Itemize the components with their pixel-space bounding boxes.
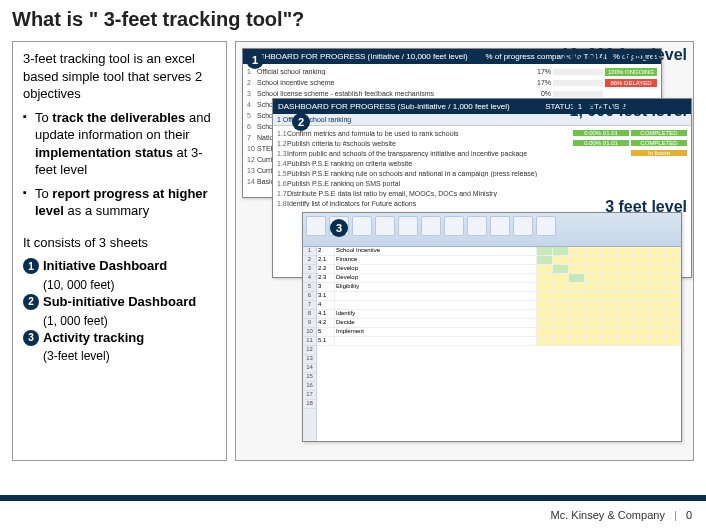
level-label-3: 3 feet level	[605, 198, 687, 216]
slide-title: What is " 3-feet tracking tool"?	[12, 8, 694, 31]
intro-text: 3-feet tracking tool is an excel based s…	[23, 50, 216, 103]
ribbon-button-icon	[536, 216, 556, 236]
bullet-3-icon: 3	[23, 330, 39, 346]
level-label-10000: 10, 000 feet level	[561, 46, 687, 64]
excel-cells: 2School Incentive 2.1Finance 2.2Develop …	[317, 247, 681, 441]
ribbon-button-icon	[421, 216, 441, 236]
excel-row-headers: 123456789101112131415161718	[303, 247, 317, 441]
consists-text: It consists of 3 sheets	[23, 234, 216, 252]
objective-2: To report progress at higher level as a …	[23, 185, 216, 220]
ribbon-button-icon	[306, 216, 326, 236]
sheet-1-sub: (10, 000 feet)	[43, 277, 216, 293]
sheet-item-2: 2 Sub-initiative Dashboard	[23, 293, 216, 311]
content-area: 3-feet tracking tool is an excel based s…	[12, 41, 694, 461]
overlay-bullet-1-icon: 1	[246, 51, 264, 69]
excel-3feet: 123456789101112131415161718 2School Ince…	[302, 212, 682, 442]
footer: Mc. Kinsey & Company | 0	[551, 509, 692, 521]
ribbon-button-icon	[375, 216, 395, 236]
overlay-bullet-3-icon: 3	[330, 219, 348, 237]
excel-ribbon	[303, 213, 681, 247]
footer-brand: Mc. Kinsey & Company	[551, 509, 665, 521]
ribbon-button-icon	[352, 216, 372, 236]
right-panel: 10, 000 feet level 1, 000 feet level 3 f…	[235, 41, 694, 461]
ribbon-button-icon	[444, 216, 464, 236]
objective-1: To track the deliverables and update inf…	[23, 109, 216, 179]
bullet-1-icon: 1	[23, 258, 39, 274]
overlay-bullet-2-icon: 2	[292, 113, 310, 131]
footer-bar	[0, 495, 706, 501]
ribbon-button-icon	[513, 216, 533, 236]
sheet-item-3: 3 Activity tracking	[23, 329, 216, 347]
sheet-2-sub: (1, 000 feet)	[43, 313, 216, 329]
ribbon-button-icon	[490, 216, 510, 236]
sheet-3-sub: (3-feet level)	[43, 348, 216, 364]
left-panel: 3-feet tracking tool is an excel based s…	[12, 41, 227, 461]
ribbon-button-icon	[398, 216, 418, 236]
bullet-2-icon: 2	[23, 294, 39, 310]
footer-page: 0	[686, 509, 692, 521]
level-label-1000: 1, 000 feet level	[570, 102, 687, 120]
sheet-item-1: 1 Initiative Dashboard	[23, 257, 216, 275]
ribbon-button-icon	[467, 216, 487, 236]
